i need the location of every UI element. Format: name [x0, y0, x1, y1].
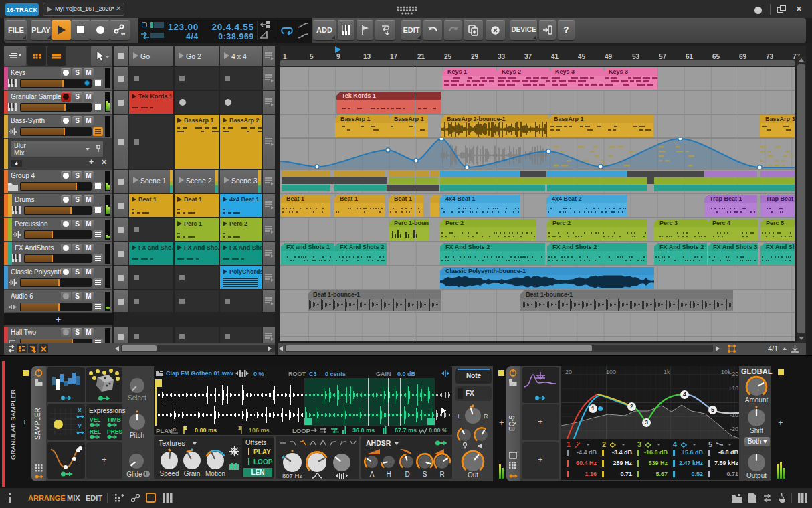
svg-text:73: 73 — [766, 53, 774, 60]
svg-text:61: 61 — [686, 53, 694, 60]
svg-text:21: 21 — [417, 53, 425, 60]
svg-text:13: 13 — [363, 53, 371, 60]
svg-text:R: R — [173, 428, 177, 432]
svg-text:17: 17 — [390, 53, 398, 60]
svg-text:53: 53 — [632, 53, 640, 60]
svg-text:57: 57 — [659, 53, 667, 60]
svg-text:29: 29 — [471, 53, 479, 60]
svg-text:25: 25 — [444, 53, 452, 60]
svg-text:w: w — [120, 31, 126, 36]
svg-text:49: 49 — [605, 53, 613, 60]
svg-text:45: 45 — [578, 53, 586, 60]
svg-text:1: 1 — [283, 53, 287, 60]
svg-text:65: 65 — [712, 53, 720, 60]
svg-text:69: 69 — [739, 53, 747, 60]
svg-text:41: 41 — [551, 53, 559, 60]
svg-text:5: 5 — [310, 53, 314, 60]
svg-text:9: 9 — [336, 53, 340, 60]
svg-text:33: 33 — [498, 53, 506, 60]
svg-text:37: 37 — [524, 53, 532, 60]
